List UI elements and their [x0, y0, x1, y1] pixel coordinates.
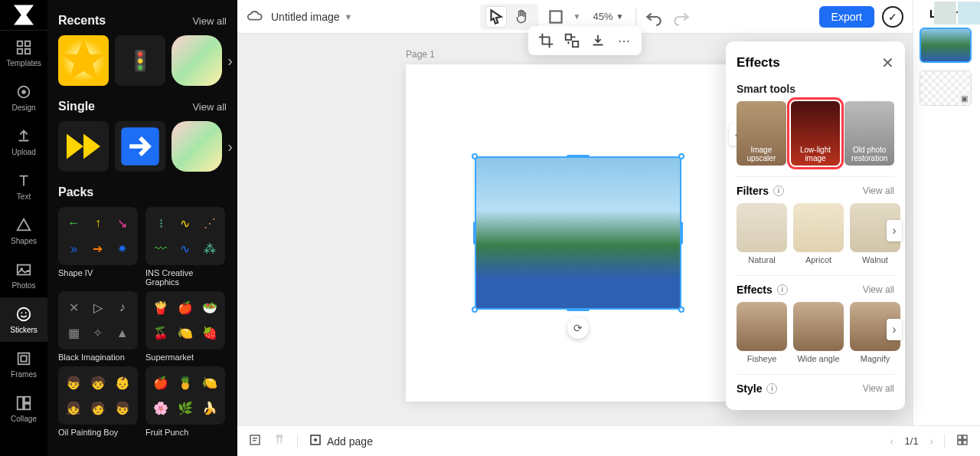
sticker-chevrons[interactable] [58, 121, 109, 172]
rail-shapes[interactable]: Shapes [0, 208, 47, 253]
rail-collage[interactable]: Collage [0, 386, 47, 431]
effect-fisheye[interactable]: Fisheye [737, 302, 787, 363]
undo-button[interactable] [644, 7, 664, 27]
pages-grid-icon[interactable] [956, 433, 969, 450]
redo-button[interactable] [671, 7, 691, 27]
sticker-arrow[interactable] [115, 121, 165, 172]
effects-title: Effects [737, 55, 780, 71]
recents-view-all[interactable]: View all [192, 15, 227, 27]
smart-tool-restoration[interactable]: Old photo restoration [844, 101, 894, 166]
recents-title: Recents [58, 14, 106, 28]
sticker-star[interactable] [58, 35, 109, 86]
rail-frames[interactable]: Frames [0, 342, 47, 386]
sticker-blob-2[interactable] [172, 121, 222, 172]
layer-thumb-image[interactable] [920, 28, 972, 63]
hand-tool[interactable] [512, 7, 532, 27]
svg-point-5 [21, 90, 26, 94]
chevron-down-icon: ▼ [345, 12, 353, 21]
effects-row-header: Effects i View all [737, 284, 894, 296]
rail-templates[interactable]: Templates [0, 31, 47, 75]
svg-rect-15 [24, 396, 30, 402]
layer-thumb-background[interactable]: ▣ [920, 71, 972, 106]
resize-handle-l[interactable] [473, 221, 476, 244]
crop-icon[interactable] [537, 32, 554, 49]
filter-apricot[interactable]: Apricot [793, 203, 844, 264]
svg-point-10 [21, 312, 22, 313]
style-view-all[interactable]: View all [863, 383, 894, 394]
cloud-icon[interactable] [247, 8, 263, 25]
pack-ins-creative[interactable]: ⁝∿⋰ 〰∿⁂ INS Creative Graphics [145, 207, 225, 287]
rail-stickers[interactable]: Stickers [0, 297, 47, 342]
effect-label: Fisheye [737, 354, 787, 363]
effects-row: Fisheye Wide angle Magnify › [737, 302, 894, 363]
pack-oil-painting-boy[interactable]: 👦🧒👶 👧🧑👦 Oil Painting Boy [58, 366, 138, 437]
effect-label: Magnify [850, 354, 900, 363]
layer-lock-icon[interactable]: ▣ [959, 93, 969, 103]
resize-handle-tr[interactable] [678, 153, 684, 159]
svg-rect-1 [25, 41, 30, 45]
packs-row-1: ←↑↘ »➔✷ Shape IV ⁝∿⋰ 〰∿⁂ INS Creative Gr… [58, 207, 227, 287]
more-icon[interactable]: ⋯ [616, 32, 632, 49]
pack-shape-iv[interactable]: ←↑↘ »➔✷ Shape IV [58, 207, 138, 287]
single-view-all[interactable]: View all [192, 101, 227, 113]
packs-header: Packs [58, 185, 227, 199]
delete-icon[interactable] [273, 433, 286, 450]
upload-icon [15, 128, 32, 145]
recents-more-icon[interactable]: › [227, 52, 233, 70]
rail-text[interactable]: Text [0, 164, 47, 208]
filter-natural[interactable]: Natural [737, 203, 787, 264]
next-page-icon[interactable]: › [929, 435, 933, 448]
resize-handle-br[interactable] [678, 307, 684, 313]
replace-icon[interactable] [564, 32, 580, 49]
single-title: Single [58, 100, 95, 113]
rail-design[interactable]: Design [0, 75, 47, 120]
zoom-control[interactable]: 45% ▼ [588, 11, 628, 22]
resize-handle-b[interactable] [567, 308, 590, 311]
filters-view-all[interactable]: View all [863, 185, 894, 196]
notes-icon[interactable] [248, 433, 262, 450]
resize-handle-tl[interactable] [472, 153, 478, 159]
svg-rect-14 [18, 396, 23, 409]
smart-tool-label: Low-light image [791, 146, 841, 162]
pack-label: Fruit Punch [145, 428, 225, 437]
smart-tool-label: Image upscaler [737, 146, 786, 162]
resize-handle-r[interactable] [680, 221, 683, 244]
info-icon[interactable]: i [777, 284, 788, 295]
export-button[interactable]: Export [819, 6, 874, 28]
rail-upload[interactable]: Upload [0, 120, 47, 164]
effect-wideangle[interactable]: Wide angle [793, 302, 844, 363]
resize-handle-bl[interactable] [472, 307, 478, 313]
svg-point-9 [18, 307, 31, 320]
rail-photos[interactable]: Photos [0, 253, 47, 297]
svg-rect-27 [963, 440, 967, 444]
pack-fruit-punch[interactable]: 🍎🍍🍋 🌸🌿🍌 Fruit Punch [145, 366, 225, 437]
add-page-button[interactable]: Add page [309, 433, 373, 449]
download-icon[interactable] [590, 32, 606, 49]
sticker-trafficlight[interactable]: 🚦 [115, 35, 165, 86]
single-more-icon[interactable]: › [227, 138, 233, 156]
selected-image[interactable]: ⟳ [475, 156, 681, 310]
effects-panel: Effects ✕ Smart tools ‹ Image upscaler L… [726, 41, 905, 410]
effects-view-all[interactable]: View all [863, 284, 894, 295]
info-icon[interactable]: i [766, 383, 777, 394]
select-tool[interactable] [486, 7, 506, 27]
chevron-down-icon[interactable]: ▼ [573, 12, 581, 21]
stickers-icon [15, 306, 32, 323]
pack-supermarket[interactable]: 🍟🍎🥗 🍒🍋🍓 Supermarket [145, 291, 225, 362]
rotate-handle[interactable]: ⟳ [567, 317, 589, 339]
pack-black-imagination[interactable]: ✕▷♪ ▦✧▲ Black Imagination [58, 291, 138, 362]
filters-next-icon[interactable]: › [887, 220, 902, 241]
effects-next-icon[interactable]: › [887, 319, 902, 340]
done-badge[interactable]: ✓ [882, 6, 903, 28]
close-icon[interactable]: ✕ [881, 54, 894, 72]
info-icon[interactable]: i [773, 185, 784, 196]
resize-handle-t[interactable] [567, 155, 590, 158]
crop-tool[interactable] [546, 7, 566, 27]
document-title[interactable]: Untitled image ▼ [271, 11, 352, 23]
smart-tool-upscaler[interactable]: Image upscaler [737, 101, 786, 166]
smart-tool-lowlight[interactable]: Low-light image [791, 101, 841, 166]
sticker-blob[interactable] [172, 35, 222, 86]
prev-page-icon[interactable]: ‹ [890, 435, 893, 448]
app-logo[interactable] [0, 0, 47, 31]
pack-label: Oil Painting Boy [58, 428, 138, 437]
